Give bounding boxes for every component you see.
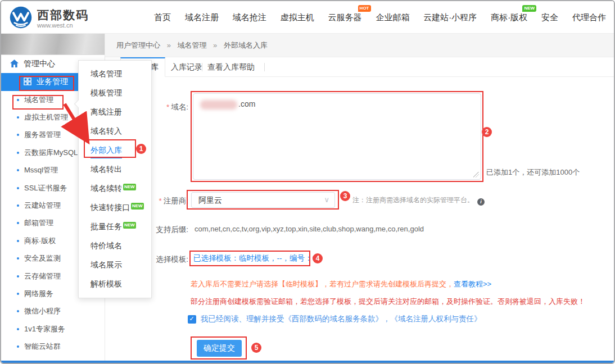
- submit-button[interactable]: 确定提交: [197, 340, 242, 357]
- menu-item-domain-showcase[interactable]: 域名展示: [79, 255, 151, 274]
- menu-item-quick-transfer-api[interactable]: 快速转接口NEW: [79, 198, 151, 217]
- sidebar-item-1v1-expert[interactable]: 1v1专家服务: [1, 320, 105, 338]
- hint-temporary-template: 若入库后不需要过户请选择【临时模板】，若有过户需求请先创建模板后再提交，查看教程…: [191, 279, 491, 289]
- main-content: 用户管理中心 » 域名管理 » 外部域名入库 外部入库 入库记录 查看入库帮助 …: [105, 34, 614, 363]
- agreement-checkbox[interactable]: [188, 315, 196, 324]
- bullet-icon: [17, 257, 19, 260]
- new-badge: NEW: [131, 203, 144, 210]
- nav-cloud-server[interactable]: 云服务器HOT: [328, 12, 362, 23]
- bottom-blue-bar: [1, 361, 614, 363]
- menu-item-domain-transfer-out[interactable]: 域名转出: [79, 160, 151, 179]
- nav-virtual-host[interactable]: 虚拟主机: [281, 12, 314, 23]
- bullet-icon: [17, 152, 19, 154]
- nav-home[interactable]: 首页: [154, 12, 171, 23]
- tab-bar: 外部入库 入库记录 查看入库帮助: [105, 57, 614, 77]
- bullet-icon: [17, 204, 19, 207]
- top-header: 西部数码 www.west.cn 首页 域名注册 域名抢注 虚拟主机 云服务器H…: [1, 1, 614, 34]
- view-tutorial-link[interactable]: 查看教程>>: [454, 280, 491, 288]
- terms-link-rights[interactable]: 《域名注册人权利与责任》: [391, 314, 482, 324]
- breadcrumb-user-center[interactable]: 用户管理中心: [116, 41, 160, 49]
- menu-item-batch-tasks[interactable]: 批量任务NEW: [79, 217, 151, 236]
- breadcrumb: 用户管理中心 » 域名管理 » 外部域名入库: [105, 34, 614, 57]
- menu-item-dns-template[interactable]: 解析模板: [79, 274, 151, 293]
- west-logo-icon: [9, 6, 33, 31]
- nav-domain-backorder[interactable]: 域名抢注: [233, 12, 266, 23]
- info-icon[interactable]: i: [477, 198, 485, 206]
- redacted-domain: [200, 100, 237, 110]
- hot-badge: HOT: [358, 5, 371, 12]
- bullet-icon: [17, 134, 19, 136]
- registrar-select[interactable]: 阿里云 ∨: [191, 192, 335, 208]
- menu-item-domain-renewal[interactable]: 域名续转NEW: [79, 179, 151, 198]
- sidebar-banner-image: [1, 34, 105, 55]
- breadcrumb-current: 外部域名入库: [224, 41, 268, 49]
- selected-template-link[interactable]: 已选择模板：临时模板，--，编号：0: [193, 251, 316, 266]
- bullet-icon: [17, 222, 19, 224]
- new-badge: NEW: [123, 184, 136, 190]
- nav-security[interactable]: 安全: [541, 12, 558, 23]
- tab-import-records[interactable]: 入库记录: [171, 57, 202, 77]
- agreement-row: 我已经阅读、理解并接受 《西部数码的域名服务条款》 ， 《域名注册人权利与责任》: [188, 314, 482, 324]
- bullet-icon: [17, 116, 19, 119]
- domain-management-dropdown: 域名管理 模板管理 离线注册 域名转入 外部入库 域名转出 域名续转NEW 快速…: [78, 60, 152, 298]
- menu-item-template-management[interactable]: 模板管理: [79, 83, 151, 102]
- bullet-icon: [17, 187, 19, 189]
- bullet-icon: [17, 345, 19, 348]
- nav-domain-register[interactable]: 域名注册: [185, 12, 219, 23]
- terms-link-service[interactable]: 《西部数码的域名服务条款》: [284, 314, 383, 324]
- bullet-icon: [17, 328, 19, 330]
- bullet-icon: [17, 310, 19, 312]
- bullet-icon: [17, 240, 19, 242]
- new-badge: NEW: [123, 222, 136, 229]
- resize-handle[interactable]: [473, 172, 479, 178]
- menu-item-special-price-domains[interactable]: 特价域名: [79, 236, 151, 255]
- domain-counter: 已添加1个，还可添加1000个: [486, 167, 580, 178]
- bullet-icon: [17, 169, 19, 171]
- menu-item-domain-management[interactable]: 域名管理: [79, 64, 151, 83]
- nav-agent[interactable]: 代理合作: [572, 12, 606, 23]
- menu-item-external-import[interactable]: 外部入库: [79, 140, 151, 160]
- sidebar-item-smart-cloud-sites[interactable]: 智能云站群: [1, 338, 105, 355]
- logo-title: 西部数码: [37, 8, 89, 22]
- bullet-icon: [17, 275, 19, 277]
- hint-email-verification: 部分注册商创建模板需验证邮箱，若您选择了模板，提交后请关注对应的邮箱，及时操作验…: [191, 297, 585, 307]
- bullet-icon: [17, 99, 19, 101]
- home-icon: [10, 60, 19, 69]
- breadcrumb-domain-management[interactable]: 域名管理: [177, 41, 206, 49]
- grid-icon: [24, 78, 31, 87]
- page: 西部数码 www.west.cn 首页 域名注册 域名抢注 虚拟主机 云服务器H…: [0, 0, 615, 364]
- bullet-icon: [17, 293, 19, 295]
- top-nav: 首页 域名注册 域名抢注 虚拟主机 云服务器HOT 企业邮箱 云建站·小程序 商…: [154, 1, 606, 34]
- domain-textarea[interactable]: .com: [193, 93, 481, 180]
- nav-trademark[interactable]: 商标·版权NEW: [491, 12, 527, 23]
- sidebar-item-wechat-miniprogram[interactable]: 微信小程序: [1, 303, 105, 320]
- new-badge: NEW: [522, 5, 536, 12]
- logo-url: www.west.cn: [37, 22, 89, 29]
- chevron-down-icon: ∨: [324, 193, 329, 207]
- registrar-note: 注：注册商需选择域名的实际管理平台。i: [352, 192, 485, 208]
- tab-import-help[interactable]: 查看入库帮助: [207, 57, 255, 77]
- menu-item-offline-register[interactable]: 离线注册: [79, 102, 151, 121]
- suffix-value: com,net,cn,cc,tv,org,vip,xyz,top,xin,sit…: [195, 225, 424, 233]
- nav-site-builder[interactable]: 云建站·小程序: [423, 12, 477, 23]
- logo[interactable]: 西部数码 www.west.cn: [9, 6, 89, 31]
- nav-enterprise-email[interactable]: 企业邮箱: [376, 12, 409, 23]
- menu-item-domain-transfer-in[interactable]: 域名转入: [79, 121, 151, 140]
